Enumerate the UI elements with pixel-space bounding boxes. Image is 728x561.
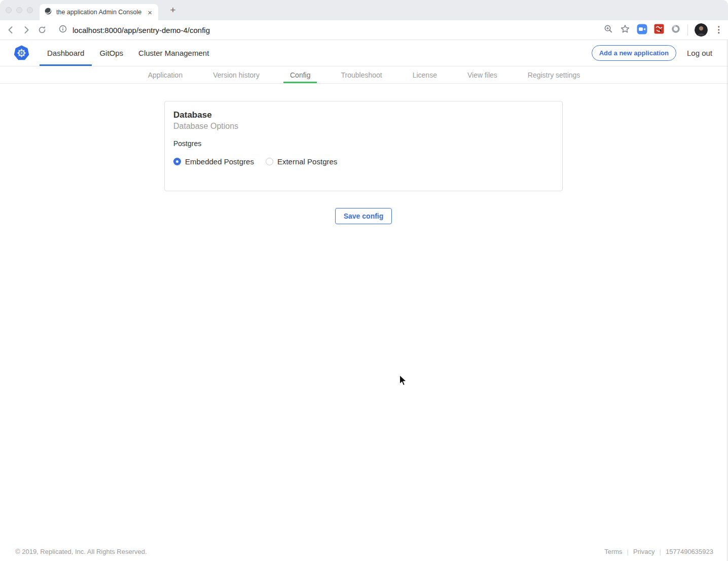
- tab-config[interactable]: Config: [283, 66, 317, 83]
- kebab-menu-icon[interactable]: ⋮: [714, 25, 723, 35]
- terms-link[interactable]: Terms: [604, 548, 622, 555]
- save-config-button[interactable]: Save config: [335, 208, 392, 224]
- card-subtitle: Database Options: [173, 122, 554, 131]
- nav-item-cluster-management[interactable]: Cluster Management: [131, 40, 216, 66]
- postgres-group-label: Postgres: [173, 139, 554, 148]
- header-right: Add a new application Log out: [592, 40, 712, 66]
- toolbar-right-icons: ⋮: [597, 23, 723, 37]
- kubernetes-logo-icon[interactable]: [14, 45, 29, 61]
- build-id: 1577490635923: [666, 548, 713, 555]
- video-camera-extension-icon[interactable]: [637, 24, 647, 37]
- minimize-window-button[interactable]: [16, 7, 22, 13]
- radio-option-external-postgres[interactable]: External Postgres: [266, 157, 337, 166]
- info-icon[interactable]: [58, 24, 67, 36]
- tab-application[interactable]: Application: [141, 66, 190, 83]
- back-icon[interactable]: [6, 25, 16, 35]
- close-window-button[interactable]: [6, 7, 12, 13]
- radio-button-icon: [266, 158, 273, 165]
- toolbar-divider: [687, 24, 688, 36]
- privacy-link[interactable]: Privacy: [633, 548, 655, 555]
- globe-favicon-icon: [44, 7, 52, 17]
- tab-close-icon[interactable]: ×: [146, 9, 154, 16]
- tab-registry-settings[interactable]: Registry settings: [521, 66, 587, 83]
- new-tab-icon[interactable]: +: [166, 4, 179, 17]
- url-text[interactable]: localhost:8000/app/sentry-demo-4/config: [72, 26, 210, 34]
- tab-title: the application Admin Console: [56, 9, 146, 16]
- zoom-in-icon[interactable]: [603, 24, 613, 36]
- postgres-radio-group: Embedded Postgres External Postgres: [173, 157, 554, 166]
- nav-item-dashboard[interactable]: Dashboard: [40, 40, 92, 66]
- address-bar[interactable]: localhost:8000/app/sentry-demo-4/config: [58, 24, 597, 36]
- save-row: Save config: [164, 208, 563, 224]
- radio-button-icon: [173, 158, 181, 165]
- tab-troubleshoot[interactable]: Troubleshoot: [334, 66, 388, 83]
- window-controls: [6, 7, 33, 13]
- radio-label: Embedded Postgres: [185, 157, 254, 166]
- radio-label: External Postgres: [277, 157, 337, 166]
- nav-item-gitops[interactable]: GitOps: [92, 40, 131, 66]
- browser-toolbar: localhost:8000/app/sentry-demo-4/config: [0, 20, 728, 40]
- bookmark-star-icon[interactable]: [620, 24, 630, 36]
- tab-license[interactable]: License: [406, 66, 444, 83]
- red-extension-icon[interactable]: [654, 24, 664, 36]
- tab-version-history[interactable]: Version history: [206, 66, 266, 83]
- footer-separator: |: [627, 548, 629, 555]
- scrollbar-track[interactable]: [727, 40, 727, 561]
- browser-tab-strip: the application Admin Console × +: [0, 0, 728, 20]
- zoom-window-button[interactable]: [27, 7, 33, 13]
- database-config-card: Database Database Options Postgres Embed…: [164, 101, 563, 191]
- ring-extension-icon[interactable]: [671, 24, 681, 36]
- mouse-cursor-icon: [399, 374, 408, 389]
- tab-view-files[interactable]: View files: [461, 66, 504, 83]
- main-nav: Dashboard GitOps Cluster Management: [40, 40, 216, 66]
- app-subnav: Application Version history Config Troub…: [0, 66, 728, 84]
- app-header: Dashboard GitOps Cluster Management Add …: [0, 40, 728, 66]
- reload-icon[interactable]: [37, 25, 47, 35]
- forward-icon[interactable]: [21, 25, 31, 35]
- profile-avatar[interactable]: [695, 23, 708, 37]
- browser-tab[interactable]: the application Admin Console ×: [40, 4, 158, 20]
- card-title: Database: [173, 110, 554, 120]
- logout-link[interactable]: Log out: [687, 49, 712, 57]
- radio-option-embedded-postgres[interactable]: Embedded Postgres: [173, 157, 254, 166]
- footer-separator: |: [660, 548, 661, 555]
- add-new-application-button[interactable]: Add a new application: [592, 45, 676, 61]
- footer-links: Terms | Privacy | 1577490635923: [604, 548, 713, 555]
- copyright-text: © 2019, Replicated, Inc. All Rights Rese…: [15, 548, 147, 555]
- page-footer: © 2019, Replicated, Inc. All Rights Rese…: [15, 548, 713, 555]
